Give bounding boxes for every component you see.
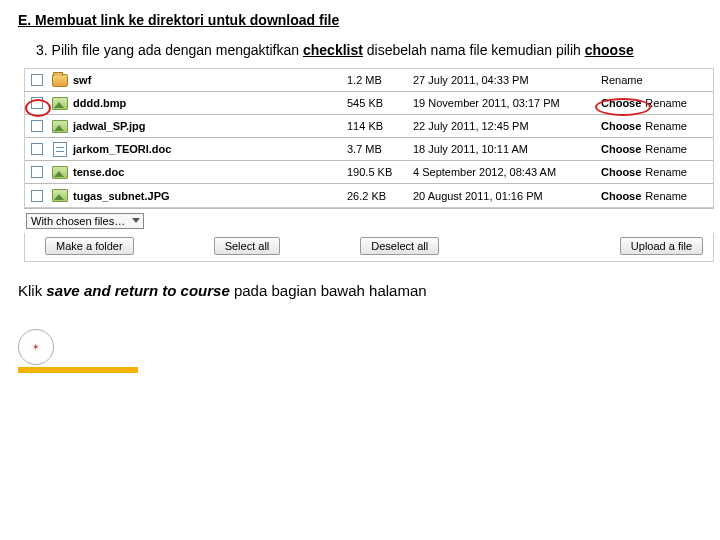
file-date: 18 July 2011, 10:11 AM	[413, 143, 601, 155]
file-name[interactable]: tense.doc	[71, 166, 347, 178]
image-icon	[52, 189, 68, 202]
image-icon	[52, 166, 68, 179]
file-name[interactable]: dddd.bmp	[71, 97, 347, 109]
image-icon	[52, 97, 68, 110]
file-size: 3.7 MB	[347, 143, 413, 155]
file-checkbox[interactable]	[31, 166, 43, 178]
rename-link[interactable]: Rename	[601, 74, 643, 86]
choose-link[interactable]: Choose	[601, 190, 641, 202]
file-actions: ChooseRename	[601, 166, 713, 178]
file-checkbox[interactable]	[31, 74, 43, 86]
upload-file-button[interactable]: Upload a file	[620, 237, 703, 255]
institution-logo: ✶	[18, 329, 54, 365]
choose-link[interactable]: Choose	[601, 166, 641, 178]
file-date: 20 August 2011, 01:16 PM	[413, 190, 601, 202]
folder-icon	[52, 74, 68, 87]
footer-instruction: Klik save and return to course pada bagi…	[18, 282, 702, 299]
step-instruction: 3. Pilih file yang ada dengan mengaktifk…	[36, 42, 702, 58]
file-size: 114 KB	[347, 120, 413, 132]
section-heading: E. Membuat link ke direktori untuk downl…	[18, 12, 702, 28]
yellow-accent-bar	[18, 367, 138, 373]
checkbox-cell	[25, 120, 49, 132]
file-icon-cell	[49, 142, 71, 157]
file-date: 19 November 2011, 03:17 PM	[413, 97, 601, 109]
file-actions: ChooseRename	[601, 190, 713, 202]
file-date: 4 September 2012, 08:43 AM	[413, 166, 601, 178]
file-actions: ChooseRename	[601, 120, 713, 132]
footer-italic: save and return to course	[46, 282, 229, 299]
rename-link[interactable]: Rename	[645, 190, 687, 202]
checkbox-cell	[25, 143, 49, 155]
file-actions: ChooseRename	[601, 97, 713, 109]
file-name[interactable]: jarkom_TEORI.doc	[71, 143, 347, 155]
file-checkbox[interactable]	[31, 97, 43, 109]
file-name[interactable]: tugas_subnet.JPG	[71, 190, 347, 202]
file-actions: ChooseRename	[601, 143, 713, 155]
file-row: jarkom_TEORI.doc3.7 MB18 July 2011, 10:1…	[25, 138, 713, 161]
select-all-button[interactable]: Select all	[214, 237, 281, 255]
checkbox-cell	[25, 166, 49, 178]
step-keyword-choose: choose	[585, 42, 634, 58]
file-size: 1.2 MB	[347, 74, 413, 86]
file-checkbox[interactable]	[31, 143, 43, 155]
file-row: swf1.2 MB27 July 2011, 04:33 PMRename	[25, 69, 713, 92]
file-icon-cell	[49, 97, 71, 110]
file-icon-cell	[49, 120, 71, 133]
file-row: tense.doc190.5 KB4 September 2012, 08:43…	[25, 161, 713, 184]
step-keyword-checklist: checklist	[303, 42, 363, 58]
deselect-all-button[interactable]: Deselect all	[360, 237, 439, 255]
checkbox-cell	[25, 97, 49, 109]
choose-link[interactable]: Choose	[601, 120, 641, 132]
file-size: 26.2 KB	[347, 190, 413, 202]
checkbox-cell	[25, 190, 49, 202]
file-row: dddd.bmp545 KB19 November 2011, 03:17 PM…	[25, 92, 713, 115]
file-checkbox[interactable]	[31, 120, 43, 132]
step-prefix: 3. Pilih file yang ada dengan mengaktifk…	[36, 42, 303, 58]
checkbox-cell	[25, 74, 49, 86]
rename-link[interactable]: Rename	[645, 166, 687, 178]
rename-link[interactable]: Rename	[645, 97, 687, 109]
file-row: jadwal_SP.jpg114 KB22 July 2011, 12:45 P…	[25, 115, 713, 138]
file-checkbox[interactable]	[31, 190, 43, 202]
buttons-row: Make a folder Select all Deselect all Up…	[24, 233, 714, 262]
step-mid: disebelah nama file kemudian pilih	[363, 42, 585, 58]
footer-prefix: Klik	[18, 282, 46, 299]
file-icon-cell	[49, 189, 71, 202]
file-name[interactable]: swf	[71, 74, 347, 86]
file-icon-cell	[49, 74, 71, 87]
rename-link[interactable]: Rename	[645, 143, 687, 155]
footer-logo-area: ✶	[18, 329, 702, 373]
with-chosen-files-select[interactable]: With chosen files…	[26, 213, 144, 229]
footer-suffix: pada bagian bawah halaman	[230, 282, 427, 299]
file-list-panel: swf1.2 MB27 July 2011, 04:33 PMRenameddd…	[24, 68, 714, 208]
file-date: 22 July 2011, 12:45 PM	[413, 120, 601, 132]
document-icon	[53, 142, 67, 157]
image-icon	[52, 120, 68, 133]
file-row: tugas_subnet.JPG26.2 KB20 August 2011, 0…	[25, 184, 713, 207]
file-size: 545 KB	[347, 97, 413, 109]
rename-link[interactable]: Rename	[645, 120, 687, 132]
file-date: 27 July 2011, 04:33 PM	[413, 74, 601, 86]
choose-link[interactable]: Choose	[601, 143, 641, 155]
file-actions: Rename	[601, 74, 713, 86]
file-size: 190.5 KB	[347, 166, 413, 178]
make-folder-button[interactable]: Make a folder	[45, 237, 134, 255]
bulk-action-row: With chosen files…	[24, 208, 714, 233]
choose-link[interactable]: Choose	[601, 97, 641, 109]
file-icon-cell	[49, 166, 71, 179]
file-name[interactable]: jadwal_SP.jpg	[71, 120, 347, 132]
